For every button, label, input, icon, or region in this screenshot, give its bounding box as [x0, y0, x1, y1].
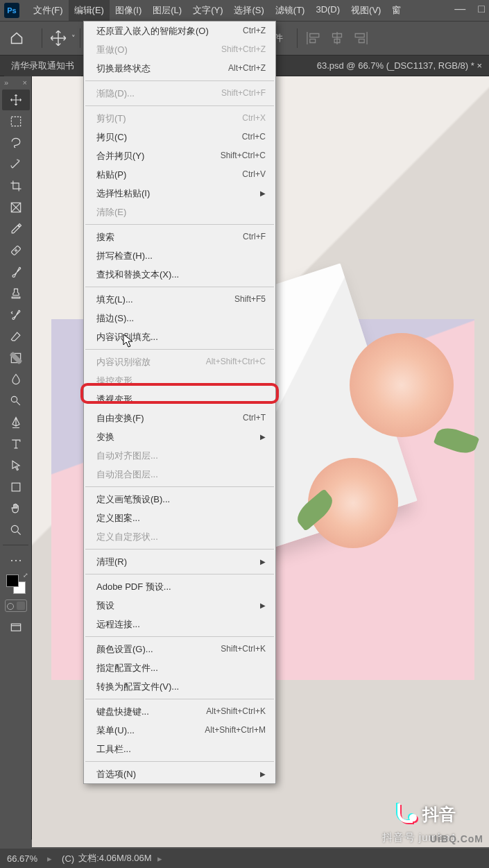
menu-item: 剪切(T)Ctrl+X: [84, 109, 275, 128]
menu-item[interactable]: 颜色设置(G)...Shift+Ctrl+K: [84, 640, 275, 658]
quick-mask-toggle[interactable]: [5, 599, 27, 612]
menu-item: 自动对齐图层...: [84, 446, 275, 465]
menu-dd[interactable]: 3D(D): [310, 0, 345, 21]
eyedropper-tool[interactable]: [2, 219, 30, 239]
svg-rect-0: [11, 117, 20, 126]
type-tool[interactable]: [2, 434, 30, 454]
menu-item: 定义自定形状...: [84, 527, 275, 546]
move-tool-icon[interactable]: [49, 29, 67, 47]
collapse-icon[interactable]: »: [4, 78, 8, 87]
eraser-tool[interactable]: [2, 326, 30, 347]
menu-item[interactable]: 填充(L)...Shift+F5: [84, 290, 275, 309]
menu-item[interactable]: 预设▶: [84, 596, 275, 615]
menu-[interactable]: 窗: [386, 0, 406, 21]
rose-graphic: [350, 333, 454, 437]
app-logo: Ps: [4, 3, 19, 18]
leaf-graphic: [434, 424, 480, 458]
menu-item[interactable]: 粘贴(P)Ctrl+V: [84, 165, 275, 184]
color-swatches[interactable]: ⤢: [6, 575, 26, 594]
menu-separator: [85, 349, 274, 350]
path-select-tool[interactable]: [2, 455, 30, 476]
brush-tool[interactable]: [2, 262, 30, 282]
edit-toolbar-icon[interactable]: ⋯: [2, 550, 30, 570]
menu-item[interactable]: 内容识别填充...: [84, 327, 275, 346]
home-icon[interactable]: [7, 28, 26, 48]
zoom-tool[interactable]: [2, 520, 30, 541]
tools-panel: »× ⋯ ⤢: [0, 76, 32, 840]
svg-point-6: [11, 525, 18, 532]
menu-item: 渐隐(D)...Shift+Ctrl+F: [84, 84, 275, 103]
menu-separator: [85, 105, 274, 106]
minimize-button[interactable]: —: [454, 3, 465, 15]
menu-bar: Ps 文件(F)编辑(E)图像(I)图层(L)文字(Y)选择(S)滤镜(T)3D…: [0, 0, 489, 21]
document-tab[interactable]: 清华录取通知书: [4, 56, 81, 76]
menu-l[interactable]: 图层(L): [147, 0, 187, 21]
swap-colors-icon[interactable]: ⤢: [23, 572, 28, 579]
menu-item[interactable]: 键盘快捷键...Alt+Shift+Ctrl+K: [84, 702, 275, 721]
menu-separator: [85, 486, 274, 487]
zoom-level[interactable]: 66.67%: [7, 853, 37, 864]
healing-tool[interactable]: [2, 240, 30, 261]
menu-y[interactable]: 文字(Y): [187, 0, 228, 21]
menu-item[interactable]: 选择性粘贴(I)▶: [84, 184, 275, 203]
menu-item[interactable]: Adobe PDF 预设...: [84, 577, 275, 596]
menu-f[interactable]: 文件(F): [28, 0, 69, 21]
menu-item[interactable]: 菜单(U)...Alt+Shift+Ctrl+M: [84, 721, 275, 740]
shape-tool[interactable]: [2, 477, 30, 497]
foreground-color[interactable]: [6, 575, 19, 587]
menu-e[interactable]: 编辑(E): [69, 0, 110, 21]
svg-point-4: [11, 396, 17, 402]
site-watermark: UiBQ.CoM: [430, 833, 483, 844]
menu-item[interactable]: 合并拷贝(Y)Shift+Ctrl+C: [84, 146, 275, 165]
align-right-icon[interactable]: [352, 29, 370, 47]
menu-item[interactable]: 远程连接...: [84, 615, 275, 633]
menu-v[interactable]: 视图(V): [345, 0, 386, 21]
menu-item[interactable]: 工具栏...: [84, 740, 275, 758]
marquee-tool[interactable]: [2, 111, 30, 132]
menu-item: 重做(O)Shift+Ctrl+Z: [84, 40, 275, 59]
pen-tool[interactable]: [2, 412, 30, 433]
menu-s[interactable]: 选择(S): [228, 0, 269, 21]
frame-tool[interactable]: [2, 197, 30, 218]
douyin-icon: [396, 803, 417, 826]
crop-tool[interactable]: [2, 176, 30, 196]
gradient-tool[interactable]: [2, 348, 30, 368]
menu-item[interactable]: 拷贝(C)Ctrl+C: [84, 128, 275, 146]
menu-item[interactable]: 描边(S)...: [84, 309, 275, 327]
align-left-icon[interactable]: [304, 29, 323, 47]
blur-tool[interactable]: [2, 369, 30, 390]
magic-wand-tool[interactable]: [2, 154, 30, 175]
menu-item: 自动混合图层...: [84, 465, 275, 484]
lasso-tool[interactable]: [2, 133, 30, 153]
menu-t[interactable]: 滤镜(T): [270, 0, 311, 21]
close-icon[interactable]: ×: [23, 78, 27, 87]
dodge-tool[interactable]: [2, 391, 30, 411]
menu-item[interactable]: 首选项(N)▶: [84, 765, 275, 783]
document-tab[interactable]: 63.psd @ 66.7% (_DSC1137, RGB/8) * ×: [310, 56, 489, 75]
stamp-tool[interactable]: [2, 283, 30, 304]
menu-item[interactable]: 还原置入嵌入的智能对象(O)Ctrl+Z: [84, 22, 275, 40]
menu-item[interactable]: 查找和替换文本(X)...: [84, 265, 275, 284]
align-center-icon[interactable]: [328, 29, 346, 47]
menu-item[interactable]: 清理(R)▶: [84, 552, 275, 571]
move-tool[interactable]: [2, 90, 30, 110]
menu-separator: [85, 224, 274, 225]
menu-item[interactable]: 定义图案...: [84, 509, 275, 527]
menu-item[interactable]: 搜索Ctrl+F: [84, 228, 275, 246]
menu-i[interactable]: 图像(I): [110, 0, 147, 21]
menu-item[interactable]: 切换最终状态Alt+Ctrl+Z: [84, 59, 275, 78]
menu-item[interactable]: 透视变形: [84, 390, 275, 409]
maximize-button[interactable]: □: [478, 3, 485, 15]
menu-item[interactable]: 转换为配置文件(V)...: [84, 677, 275, 696]
menu-item[interactable]: 变换▶: [84, 427, 275, 446]
screen-mode-icon[interactable]: [2, 618, 30, 638]
hand-tool[interactable]: [2, 498, 30, 519]
menu-separator: [85, 549, 274, 550]
menu-item[interactable]: 指定配置文件...: [84, 658, 275, 677]
menu-separator: [85, 287, 274, 287]
menu-item[interactable]: 自由变换(F)Ctrl+T: [84, 409, 275, 427]
menu-item[interactable]: 拼写检查(H)...: [84, 246, 275, 265]
history-brush-tool[interactable]: [2, 305, 30, 325]
menu-separator: [85, 636, 274, 637]
menu-item[interactable]: 定义画笔预设(B)...: [84, 490, 275, 509]
